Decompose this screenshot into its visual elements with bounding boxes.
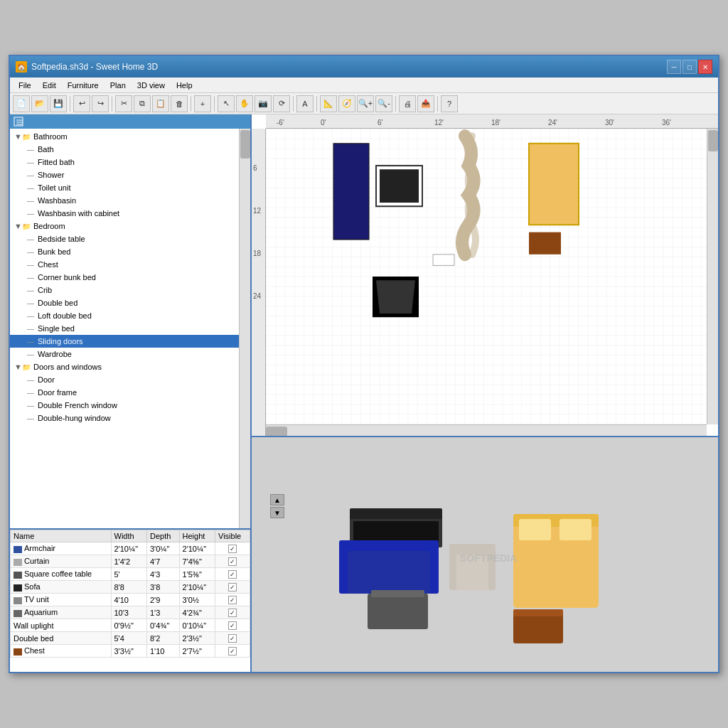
tree-item-washbasin[interactable]: — Washbasin: [10, 194, 250, 207]
category-bedroom[interactable]: ▼ 📁 Bedroom: [10, 220, 250, 232]
delete-button[interactable]: 🗑: [171, 95, 188, 112]
row-visible-sofa[interactable]: [215, 581, 250, 594]
category-doors[interactable]: ▼ 📁 Doors and windows: [10, 360, 250, 373]
row-visible-armchair[interactable]: [215, 542, 250, 555]
tree-item-bedsidetable[interactable]: — Bedside table: [10, 232, 250, 245]
menu-3dview[interactable]: 3D view: [132, 80, 171, 91]
row-height-doublebed: 2'3½": [179, 632, 215, 645]
checkbox-armchair[interactable]: [228, 545, 237, 553]
tree-item-washbasincabinet[interactable]: — Washbasin with cabinet: [10, 207, 250, 220]
close-button[interactable]: ✕: [698, 60, 712, 74]
item-icon-shower: —: [26, 170, 36, 180]
window-controls[interactable]: ─ □ ✕: [667, 60, 712, 74]
row-height-coffeetable: 1'5⅜": [179, 568, 215, 581]
table-row[interactable]: Armchair 2'10¼" 3'0¼" 2'10¼": [11, 542, 250, 555]
tree-item-crib[interactable]: — Crib: [10, 284, 250, 296]
camera-tool[interactable]: 📷: [255, 95, 272, 112]
save-button[interactable]: 💾: [50, 95, 67, 112]
properties-panel: Name Width Depth Height Visible Armchair…: [10, 530, 250, 672]
tree-item-doorframe[interactable]: — Door frame: [10, 386, 250, 399]
tree-item-loftdoublebed[interactable]: — Loft double bed: [10, 309, 250, 322]
tree-item-door[interactable]: — Door: [10, 373, 250, 386]
tree-item-wardrobe[interactable]: — Wardrobe: [10, 348, 250, 360]
floor-plan[interactable]: -6' 0' 6' 12' 18' 24' 30' 36' 6 12 18 24: [252, 114, 718, 437]
zoom-nav[interactable]: ▲ ▼: [270, 494, 284, 518]
table-row[interactable]: Sofa 8'8 3'8 2'10¼": [11, 581, 250, 594]
tree-panel: ▼ 📁 Bathroom — Bath — Fitted bath — S: [10, 114, 250, 530]
table-row[interactable]: Square coffee table 5' 4'3 1'5⅜": [11, 568, 250, 581]
checkbox-sofa[interactable]: [228, 583, 237, 592]
checkbox-coffeetable[interactable]: [228, 570, 237, 579]
checkbox-tv[interactable]: [228, 596, 237, 604]
row-visible-tv[interactable]: [215, 594, 250, 606]
item-icon-bunkbed: —: [26, 247, 36, 257]
copy-button[interactable]: ⧉: [134, 95, 151, 112]
tree-item-doublefrench[interactable]: — Double French window: [10, 399, 250, 412]
menu-furniture[interactable]: Furniture: [62, 80, 105, 91]
tree-item-bunkbed[interactable]: — Bunk bed: [10, 245, 250, 258]
row-visible-coffeetable[interactable]: [215, 568, 250, 581]
tree-item-fittedbath[interactable]: — Fitted bath: [10, 156, 250, 168]
row-visible-curtain[interactable]: [215, 555, 250, 568]
row-visible-chest[interactable]: [215, 645, 250, 658]
add-furniture-button[interactable]: +: [194, 95, 211, 112]
compass-tool[interactable]: 🧭: [338, 95, 355, 112]
tree-item-singlebed[interactable]: — Single bed: [10, 322, 250, 335]
table-row[interactable]: Chest 3'3½" 1'10 2'7½": [11, 645, 250, 658]
measure-tool[interactable]: 📐: [320, 95, 337, 112]
checkbox-chest[interactable]: [228, 647, 237, 655]
zoom-up-button[interactable]: ▲: [270, 494, 284, 505]
tree-scrollbar[interactable]: [239, 129, 250, 528]
cut-button[interactable]: ✂: [115, 95, 132, 112]
maximize-button[interactable]: □: [682, 60, 697, 74]
tree-item-doublebed[interactable]: — Double bed: [10, 296, 250, 309]
grid-area[interactable]: [266, 129, 707, 424]
menu-edit[interactable]: Edit: [37, 80, 62, 91]
tree-content[interactable]: ▼ 📁 Bathroom — Bath — Fitted bath — S: [10, 129, 250, 528]
zoom-out-button[interactable]: 🔍-: [375, 95, 392, 112]
pan-tool[interactable]: ✋: [236, 95, 253, 112]
checkbox-doublebed[interactable]: [228, 634, 237, 643]
row-visible-doublebed[interactable]: [215, 632, 250, 645]
tree-item-bath[interactable]: — Bath: [10, 143, 250, 156]
paste-button[interactable]: 📋: [152, 95, 169, 112]
checkbox-curtain[interactable]: [228, 557, 237, 566]
select-tool[interactable]: ↖: [218, 95, 235, 112]
checkbox-aquarium[interactable]: [228, 609, 237, 617]
rotate-tool[interactable]: ⟳: [273, 95, 290, 112]
3d-view[interactable]: ▲ ▼ ◀ ▶: [252, 437, 718, 672]
table-row[interactable]: Curtain 1'4'2 4'7 7'4⅝": [11, 555, 250, 568]
new-button[interactable]: 📄: [13, 95, 30, 112]
checkbox-walluplight[interactable]: [228, 621, 237, 630]
item-icon-washbasin: —: [26, 196, 36, 205]
table-row[interactable]: Wall uplight 0'9½" 0'4¾" 0'10¼": [11, 619, 250, 632]
menu-file[interactable]: File: [13, 80, 37, 91]
category-bathroom[interactable]: ▼ 📁 Bathroom: [10, 130, 250, 143]
zoom-in-button[interactable]: 🔍+: [357, 95, 374, 112]
row-visible-walluplight[interactable]: [215, 619, 250, 632]
tree-item-toiletunit[interactable]: — Toilet unit: [10, 181, 250, 194]
table-row[interactable]: Double bed 5'4 8'2 2'3½": [11, 632, 250, 645]
table-row[interactable]: Aquarium 10'3 1'3 4'2¾": [11, 606, 250, 619]
tree-item-shower[interactable]: — Shower: [10, 168, 250, 181]
text-tool[interactable]: A: [296, 95, 314, 112]
export-button[interactable]: 📤: [417, 95, 434, 112]
tree-item-chest[interactable]: — Chest: [10, 258, 250, 271]
tree-item-cornerbunkbed[interactable]: — Corner bunk bed: [10, 271, 250, 284]
vertical-scrollbar[interactable]: [707, 129, 718, 424]
undo-button[interactable]: ↩: [73, 95, 90, 112]
minimize-button[interactable]: ─: [667, 60, 681, 74]
help-button[interactable]: ?: [441, 95, 458, 112]
table-row[interactable]: TV unit 4'10 2'9 3'0½: [11, 594, 250, 606]
zoom-down-button[interactable]: ▼: [270, 507, 284, 518]
horizontal-scrollbar[interactable]: [266, 424, 707, 436]
open-button[interactable]: 📂: [31, 95, 48, 112]
row-visible-aquarium[interactable]: [215, 606, 250, 619]
ruler-mark: 18': [491, 119, 500, 127]
menu-plan[interactable]: Plan: [105, 80, 132, 91]
print-button[interactable]: 🖨: [399, 95, 416, 112]
menu-help[interactable]: Help: [171, 80, 198, 91]
redo-button[interactable]: ↪: [92, 95, 109, 112]
tree-item-slidingdoors[interactable]: — Sliding doors: [10, 335, 250, 348]
tree-item-doublehung[interactable]: — Double-hung window: [10, 412, 250, 424]
